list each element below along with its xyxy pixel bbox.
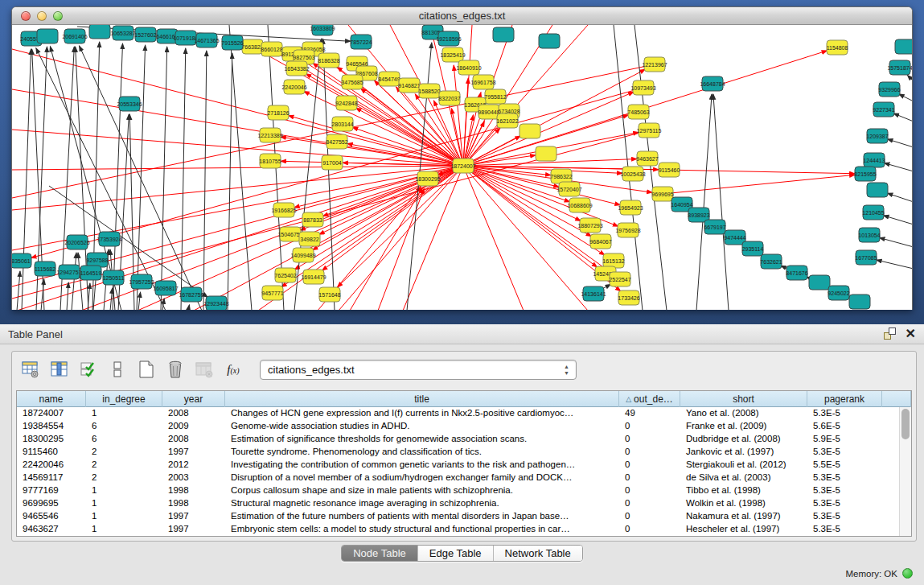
table-cell[interactable]: 5.3E-5 (807, 407, 882, 420)
table-cell[interactable]: 2008 (162, 407, 225, 420)
table-cell[interactable]: 2008 (162, 433, 225, 446)
table-panel-header[interactable]: Table Panel ✕ (0, 324, 924, 344)
network-node[interactable]: 17957253 (129, 274, 154, 289)
table-cell[interactable]: 1 (86, 407, 162, 420)
network-node[interactable]: 9146821 (398, 78, 420, 93)
network-node[interactable]: 7485063 (627, 105, 649, 119)
network-edge[interactable] (713, 94, 729, 310)
table-row[interactable]: 1456911722003Disruption of a novel membe… (17, 472, 911, 484)
network-node[interactable]: 1621022 (496, 113, 518, 128)
network-edge[interactable] (907, 75, 912, 81)
network-node[interactable]: 2803144 (331, 117, 353, 131)
table-cell[interactable]: 9463627 (17, 523, 86, 536)
table-cell[interactable]: 1 (86, 497, 162, 510)
network-view-window[interactable]: citations_edges.txt 18724007183002957663… (11, 6, 913, 310)
network-node[interactable]: 1154808 (827, 40, 848, 55)
clear-selection-icon[interactable] (105, 357, 129, 381)
network-node[interactable]: 835061 (12, 253, 31, 268)
table-cell[interactable]: 9465546 (17, 510, 86, 523)
table-cell[interactable]: 0 (619, 510, 680, 523)
delete-table-icon[interactable] (192, 357, 216, 381)
network-edge[interactable] (883, 216, 912, 225)
network-edge[interactable] (72, 253, 76, 310)
network-edge[interactable] (17, 271, 20, 310)
table-cell[interactable]: 1997 (162, 523, 225, 536)
network-node[interactable]: 14099489 (290, 248, 315, 262)
network-node[interactable]: 15751874 (887, 60, 912, 75)
network-node[interactable]: 12213967 (642, 57, 667, 72)
network-node[interactable]: 1733426 (618, 290, 639, 305)
network-node[interactable]: 9457771 (261, 286, 283, 300)
network-node[interactable]: 19166825 (271, 203, 296, 217)
network-node[interactable]: 1013054 (858, 228, 880, 242)
table-cell[interactable]: 9115460 (17, 446, 86, 459)
network-node[interactable]: 9227341 (873, 102, 894, 117)
table-scrollbar-thumb[interactable] (901, 409, 910, 439)
table-row[interactable]: 1830029562008Estimation of significance … (17, 433, 911, 446)
table-cell[interactable]: 22420046 (17, 459, 86, 472)
close-panel-icon[interactable]: ✕ (906, 328, 916, 340)
network-edge[interactable] (322, 166, 463, 270)
table-cell[interactable]: 5.3E-5 (807, 523, 882, 536)
table-row[interactable]: 911546021997Tourette syndrome. Phenomeno… (17, 446, 911, 459)
table-cell[interactable]: 18724007 (17, 407, 86, 420)
network-edge[interactable] (899, 94, 912, 101)
network-node[interactable]: 9699695 (651, 187, 673, 201)
network-node[interactable]: 8660128 (261, 42, 282, 56)
network-node[interactable] (536, 146, 556, 161)
network-node[interactable]: 12923448 (203, 296, 228, 310)
table-cell[interactable]: 5.3E-5 (807, 497, 882, 510)
table-cell[interactable]: 0 (619, 420, 680, 433)
network-node[interactable]: 9297588 (86, 253, 108, 267)
network-node[interactable]: 9329966 (878, 82, 900, 97)
table-cell[interactable]: Tibbo et al. (1998) (680, 484, 807, 497)
table-cell[interactable]: 5.3E-5 (807, 510, 882, 523)
table-settings-icon[interactable] (18, 357, 43, 381)
table-cell[interactable]: 0 (619, 433, 680, 446)
network-node[interactable] (849, 295, 870, 309)
network-edge[interactable] (463, 25, 588, 166)
network-canvas[interactable]: 1872400718300295766382286601288912954182… (12, 25, 912, 310)
network-node[interactable]: 8471676 (786, 266, 807, 280)
table-row[interactable]: 2242004622012Investigating the contribut… (17, 459, 911, 472)
network-node[interactable]: 349822 (299, 232, 320, 246)
table-cell[interactable]: 1998 (162, 484, 225, 497)
network-edge[interactable] (319, 166, 463, 234)
tab-network-table[interactable]: Network Table (494, 546, 582, 561)
network-node[interactable]: 20206526 (64, 235, 89, 249)
table-cell[interactable]: 0 (619, 497, 680, 510)
table-cell[interactable]: 0 (619, 446, 680, 459)
network-node[interactable]: 9684067 (589, 234, 611, 249)
table-cell[interactable]: Jankovic et al. (1997) (680, 446, 807, 459)
network-edge[interactable] (12, 166, 463, 170)
function-builder-icon[interactable]: f(x) (221, 357, 245, 381)
table-cell[interactable]: 18300295 (17, 433, 86, 446)
table-cell[interactable]: 2003 (162, 472, 225, 484)
network-node[interactable]: 18300295 (415, 171, 440, 186)
network-node[interactable]: 1250511 (103, 270, 125, 285)
network-node[interactable]: 10688609 (567, 198, 592, 212)
network-node[interactable]: 1571648 (318, 287, 340, 302)
table-row[interactable]: 977716911998Corpus callosum shape and si… (17, 484, 911, 497)
network-node[interactable]: 3475685 (341, 75, 363, 89)
network-node[interactable]: 7625402 (274, 268, 296, 282)
table-row[interactable]: 946554611997Estimation of the future num… (17, 510, 911, 523)
network-node[interactable]: 10973493 (630, 80, 655, 95)
network-node[interactable]: 17353924 (97, 232, 121, 246)
network-node[interactable]: 8322037 (438, 91, 460, 105)
network-node[interactable]: 16095817 (153, 281, 178, 295)
table-cell[interactable]: 6 (86, 420, 162, 433)
network-node[interactable]: 2718126 (267, 105, 289, 120)
network-node[interactable]: 19654923 (618, 200, 643, 215)
network-node[interactable]: 9242848 (335, 96, 357, 110)
network-node[interactable]: 8427552 (326, 134, 347, 149)
window-titlebar[interactable]: citations_edges.txt (12, 7, 912, 25)
table-cell[interactable]: 2009 (162, 420, 225, 433)
table-cell[interactable]: Tourette syndrome. Phenomenology and cla… (225, 446, 619, 459)
table-cell[interactable]: 0 (619, 459, 680, 472)
table-cell[interactable]: Disruption of a novel member of a sodium… (225, 472, 619, 484)
column-header-year[interactable]: year (162, 391, 225, 407)
table-cell[interactable]: 2 (86, 472, 162, 484)
network-edge[interactable] (188, 305, 189, 310)
network-node[interactable]: 16961758 (470, 75, 495, 89)
